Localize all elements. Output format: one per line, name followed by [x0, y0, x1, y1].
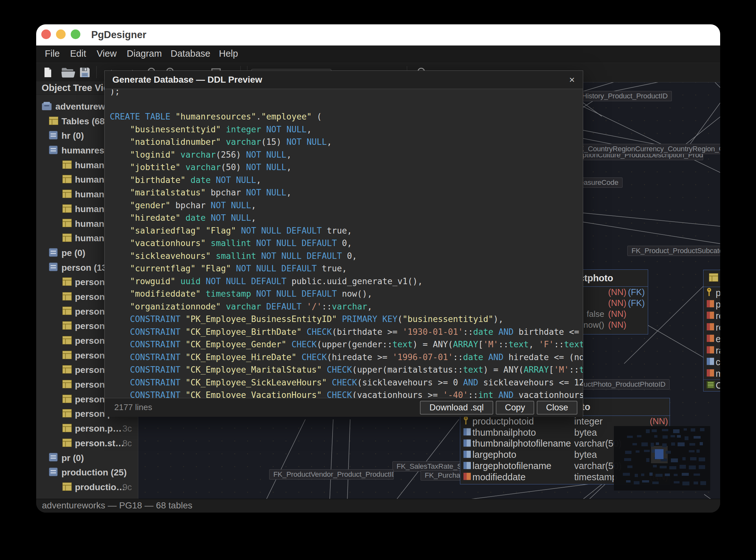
- code-token-plain: [301, 327, 307, 337]
- code-line: "hiredate" date NOT NULL,: [110, 213, 256, 223]
- code-line: CONSTRAINT "PK_Employee_BusinessEntityID…: [110, 314, 503, 324]
- minimap-table: [700, 428, 705, 431]
- menu-diagram[interactable]: Diagram: [127, 45, 162, 62]
- table-icon-part-part: [63, 204, 72, 213]
- column-row[interactable]: productidinteger(NN): [704, 299, 720, 310]
- ddl-code-view[interactable]: ); CREATE TABLE "humanresources"."employ…: [105, 89, 583, 398]
- schema-icon-part-part: [50, 267, 56, 268]
- dialog-title: Generate Database — DDL Preview: [112, 71, 262, 89]
- minimap-table: [634, 481, 639, 484]
- column-null-icon: [707, 358, 714, 366]
- code-token-string: '-40': [443, 390, 468, 398]
- close-button[interactable]: Close: [537, 401, 578, 415]
- menu-edit[interactable]: Edit: [70, 45, 86, 62]
- tree-item-person.phonenumbertype[interactable]: person.phonenumbertype3c: [36, 421, 138, 436]
- tree-item-production.billofmaterials[interactable]: production.billofmaterials9c: [36, 480, 138, 495]
- schema-icon-part-part: [50, 253, 56, 254]
- schema-icon: [49, 263, 58, 273]
- download-sql-button[interactable]: Download .sql: [420, 401, 493, 415]
- schema-icon-part-part: [49, 248, 58, 257]
- column-row[interactable]: productphotoidinteger(NN): [460, 416, 670, 427]
- code-token-type: text: [393, 340, 413, 349]
- minimap[interactable]: [614, 426, 710, 491]
- code-token-keyword: NOT NULL: [287, 137, 327, 147]
- fk-label[interactable]: FK_CountryRegionCurrency_CountryRegion_C…: [571, 144, 720, 154]
- column-nn-icon: [707, 369, 714, 378]
- minimap-table: [696, 449, 700, 453]
- table-node-title[interactable]: productreview: [704, 270, 720, 287]
- menu-bar: FileEditViewDiagramDatabaseHelp: [36, 45, 720, 62]
- key-icon: [707, 288, 712, 298]
- code-token-plain: [493, 327, 498, 337]
- code-token-type: date: [190, 175, 211, 185]
- tree-item-production[interactable]: production (25): [36, 465, 138, 480]
- code-token-identifier: "CK_Employee_SickLeaveHours": [186, 378, 327, 387]
- tree-item-label: person.stateprovince: [75, 436, 125, 451]
- save-icon[interactable]: [79, 67, 90, 78]
- code-token-plain: ::: [554, 340, 564, 349]
- minimap-table: [671, 435, 675, 437]
- code-token-plain: [493, 390, 498, 398]
- tree-item-label: production (25): [61, 465, 127, 480]
- tree-item-person.stateprovince[interactable]: person.stateprovince8c: [36, 436, 138, 451]
- minimap-table: [673, 429, 679, 433]
- minimize-window-button[interactable]: [56, 29, 66, 39]
- dialog-header[interactable]: Generate Database — DDL Preview ×: [105, 71, 583, 89]
- menu-view[interactable]: View: [97, 45, 117, 62]
- column-name: rating: [716, 345, 720, 356]
- column-row[interactable]: productreviewidinteger(NN): [704, 287, 720, 299]
- copy-button[interactable]: Copy: [496, 401, 534, 415]
- column-row[interactable]: reviewdatetimestamp(NN): [704, 322, 720, 333]
- schema-icon-part-part: [50, 136, 56, 137]
- constraint-row[interactable]: CK_ProductReview_Rating: [704, 379, 720, 391]
- code-token-keyword: AND: [498, 390, 513, 398]
- column-row[interactable]: modifieddatetimestamp(NN): [704, 368, 720, 379]
- code-token-keyword: NOT NULL DEFAULT: [206, 277, 287, 286]
- column-row[interactable]: emailaddressvarchar(50)(NN): [704, 333, 720, 345]
- table-icon: [62, 277, 72, 287]
- code-token-plain: (upper(maritalstatus::: [352, 365, 463, 375]
- minimap-table: [700, 442, 703, 445]
- column-nn-icon-part-part: [467, 473, 471, 480]
- menu-database[interactable]: Database: [171, 45, 210, 62]
- code-token-string: 'M': [483, 340, 498, 349]
- code-token-plain: ,: [287, 162, 292, 172]
- menu-help[interactable]: Help: [219, 45, 238, 62]
- key-icon-part-part: [708, 289, 710, 291]
- code-token-keyword: CONSTRAINT: [130, 390, 181, 398]
- code-token-plain: [110, 327, 130, 337]
- minimap-table: [627, 436, 633, 438]
- code-token-plain: [322, 390, 327, 398]
- code-token-plain: [201, 289, 206, 299]
- minimap-current-table: [655, 449, 664, 459]
- minimap-table: [689, 443, 695, 446]
- column-nn-icon-part-part: [710, 335, 714, 342]
- close-dialog-icon[interactable]: ×: [565, 71, 579, 89]
- code-line: "currentflag" "Flag" NOT NULL DEFAULT tr…: [110, 264, 347, 273]
- column-row[interactable]: reviewernamevarchar(50)(NN): [704, 310, 720, 322]
- code-token-plain: [186, 175, 191, 185]
- fk-label[interactable]: FK_Product_ProductSubcategory_ProductSub…: [627, 246, 720, 256]
- column-row[interactable]: commentsvarchar(3850): [704, 356, 720, 368]
- code-token-keyword: CHECK: [332, 378, 357, 387]
- column-nn-icon-part: [707, 335, 714, 342]
- menu-file[interactable]: File: [45, 45, 60, 62]
- close-window-button[interactable]: [41, 29, 51, 39]
- code-token-plain: ,: [256, 175, 261, 185]
- fk-label[interactable]: FK_ProductVendor_Product_ProductID: [269, 469, 394, 480]
- table-icon-part-part: [63, 380, 72, 388]
- dialog-footer: 2177 lines Download .sql Copy Close: [105, 398, 583, 417]
- new-file-icon[interactable]: [42, 67, 53, 78]
- column-nn-icon-part-part: [710, 312, 714, 319]
- open-folder-icon[interactable]: [61, 67, 72, 78]
- column-nn-icon-part-part: [707, 323, 710, 331]
- table-node-productreview[interactable]: productreviewproductreviewidinteger(NN)p…: [703, 270, 720, 392]
- code-token-keyword: CHECK: [307, 327, 332, 337]
- zoom-window-button[interactable]: [71, 29, 80, 39]
- tree-item-pr[interactable]: pr (0): [36, 451, 138, 465]
- column-row[interactable]: ratinginteger(NN): [704, 345, 720, 356]
- code-token-keyword: NOT NULL DEFAULT: [256, 238, 337, 248]
- column-type: bytea: [574, 449, 597, 460]
- column-null-icon-part: [463, 462, 471, 469]
- minimap-table: [646, 429, 650, 433]
